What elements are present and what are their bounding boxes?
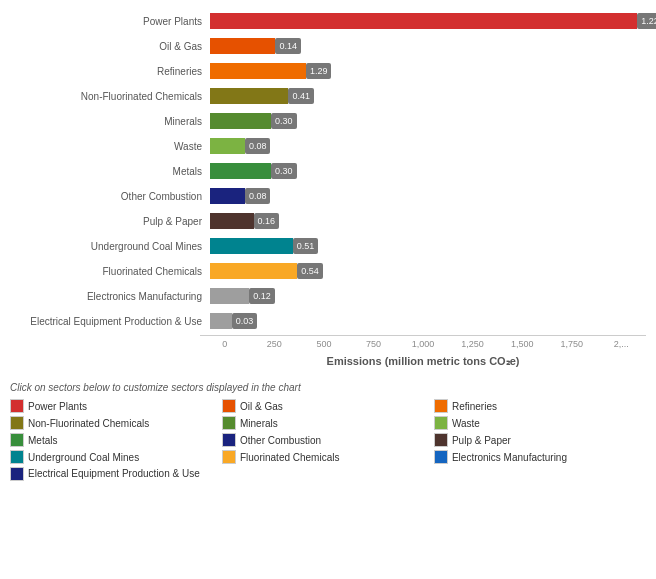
bar-value-label: 0.14 [275, 38, 301, 54]
bar-label: Electronics Manufacturing [20, 291, 210, 302]
x-tick: 1,500 [497, 339, 547, 349]
bar-label: Electrical Equipment Production & Use [20, 316, 210, 327]
bar-fill[interactable] [210, 238, 293, 254]
bar-fill[interactable] [210, 88, 288, 104]
legend-item[interactable]: Refineries [434, 399, 646, 413]
bar-row: Oil & Gas0.14 [20, 35, 646, 57]
bar-label: Waste [20, 141, 210, 152]
bar-value-label: 1.22 [637, 13, 656, 29]
x-tick: 0 [200, 339, 250, 349]
bar-row: Metals0.30 [20, 160, 646, 182]
legend-swatch [434, 399, 448, 413]
bar-fill[interactable] [210, 188, 245, 204]
legend-label: Underground Coal Mines [28, 452, 139, 463]
legend-note: Click on sectors below to customize sect… [10, 382, 646, 393]
bar-label: Power Plants [20, 16, 210, 27]
bar-value-label: 0.30 [271, 113, 297, 129]
legend-swatch [10, 433, 24, 447]
legend-label: Minerals [240, 418, 278, 429]
legend-label: Electrical Equipment Production & Use [28, 467, 200, 480]
bar-value-label: 0.30 [271, 163, 297, 179]
bar-value-label: 0.16 [254, 213, 280, 229]
bar-track: 0.12 [210, 288, 646, 304]
legend-col: Oil & GasMineralsOther CombustionFluorin… [222, 399, 434, 481]
legend-grid: Power PlantsNon-Fluorinated ChemicalsMet… [10, 399, 646, 481]
legend-col: RefineriesWastePulp & PaperElectronics M… [434, 399, 646, 481]
chart-container: Power Plants1.22Oil & Gas0.14Refineries1… [0, 0, 656, 368]
legend-label: Refineries [452, 401, 497, 412]
legend-item[interactable]: Pulp & Paper [434, 433, 646, 447]
bar-fill[interactable] [210, 63, 306, 79]
bar-track: 1.22 [210, 13, 646, 29]
bar-value-label: 0.54 [297, 263, 323, 279]
bar-fill[interactable] [210, 263, 297, 279]
legend-swatch [222, 416, 236, 430]
legend-label: Pulp & Paper [452, 435, 511, 446]
bar-fill[interactable] [210, 163, 271, 179]
bar-row: Waste0.08 [20, 135, 646, 157]
legend-label: Other Combustion [240, 435, 321, 446]
legend-item[interactable]: Underground Coal Mines [10, 450, 222, 464]
bar-track: 0.16 [210, 213, 646, 229]
bar-row: Non-Fluorinated Chemicals0.41 [20, 85, 646, 107]
bar-row: Electronics Manufacturing0.12 [20, 285, 646, 307]
bar-track: 0.30 [210, 163, 646, 179]
legend-label: Electronics Manufacturing [452, 452, 567, 463]
legend-swatch [222, 450, 236, 464]
bar-fill[interactable] [210, 313, 232, 329]
bar-value-label: 0.08 [245, 188, 271, 204]
legend-swatch [10, 416, 24, 430]
legend-swatch [10, 467, 24, 481]
bar-track: 0.03 [210, 313, 646, 329]
legend-item[interactable]: Electrical Equipment Production & Use [10, 467, 222, 481]
bar-fill[interactable] [210, 213, 254, 229]
legend-swatch [222, 399, 236, 413]
bar-row: Electrical Equipment Production & Use0.0… [20, 310, 646, 332]
bar-fill[interactable] [210, 138, 245, 154]
bar-chart: Power Plants1.22Oil & Gas0.14Refineries1… [20, 10, 646, 335]
legend-swatch [434, 433, 448, 447]
legend-col: Power PlantsNon-Fluorinated ChemicalsMet… [10, 399, 222, 481]
bar-fill[interactable] [210, 288, 249, 304]
bar-row: Other Combustion0.08 [20, 185, 646, 207]
bar-value-label: 0.51 [293, 238, 319, 254]
legend-item[interactable]: Power Plants [10, 399, 222, 413]
bar-row: Minerals0.30 [20, 110, 646, 132]
legend-swatch [434, 416, 448, 430]
bar-fill[interactable] [210, 13, 637, 29]
bar-track: 0.14 [210, 38, 646, 54]
x-axis-label: Emissions (million metric tons CO₂e) [200, 355, 646, 368]
bar-track: 0.54 [210, 263, 646, 279]
bar-value-label: 0.03 [232, 313, 258, 329]
legend-swatch [222, 433, 236, 447]
bar-track: 1.29 [210, 63, 646, 79]
legend-item[interactable]: Oil & Gas [222, 399, 434, 413]
bar-label: Refineries [20, 66, 210, 77]
bar-label: Other Combustion [20, 191, 210, 202]
bar-row: Refineries1.29 [20, 60, 646, 82]
legend-label: Fluorinated Chemicals [240, 452, 340, 463]
legend-item[interactable]: Minerals [222, 416, 434, 430]
bar-value-label: 0.41 [288, 88, 314, 104]
legend-section: Click on sectors below to customize sect… [0, 374, 656, 489]
x-tick: 1,750 [547, 339, 597, 349]
legend-item[interactable]: Non-Fluorinated Chemicals [10, 416, 222, 430]
bar-label: Oil & Gas [20, 41, 210, 52]
x-tick: 2,... [597, 339, 647, 349]
bar-fill[interactable] [210, 38, 275, 54]
legend-item[interactable]: Electronics Manufacturing [434, 450, 646, 464]
bar-label: Pulp & Paper [20, 216, 210, 227]
bar-label: Underground Coal Mines [20, 241, 210, 252]
legend-item[interactable]: Other Combustion [222, 433, 434, 447]
bar-row: Fluorinated Chemicals0.54 [20, 260, 646, 282]
legend-item[interactable]: Fluorinated Chemicals [222, 450, 434, 464]
legend-item[interactable]: Waste [434, 416, 646, 430]
bar-track: 0.51 [210, 238, 646, 254]
legend-label: Waste [452, 418, 480, 429]
legend-label: Metals [28, 435, 57, 446]
legend-swatch [10, 399, 24, 413]
x-tick: 1,250 [448, 339, 498, 349]
legend-item[interactable]: Metals [10, 433, 222, 447]
bar-fill[interactable] [210, 113, 271, 129]
bar-track: 0.08 [210, 188, 646, 204]
